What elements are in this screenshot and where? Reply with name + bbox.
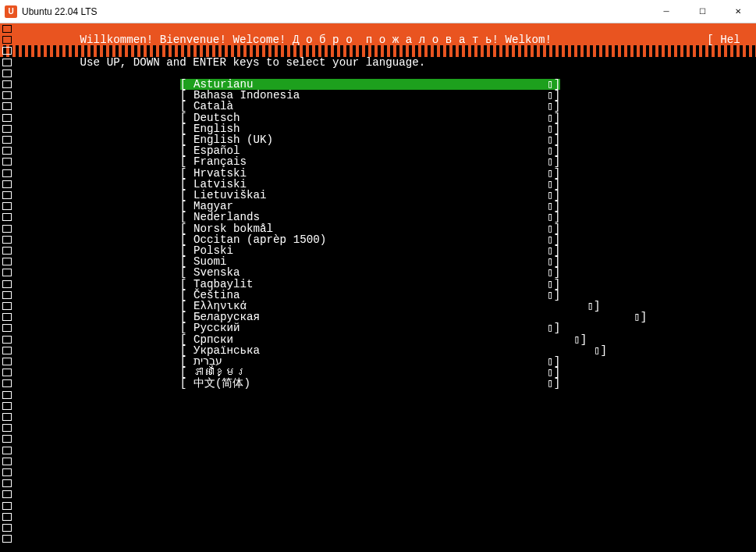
language-close-bracket: ▯] [547,179,560,190]
language-item[interactable]: Deutsch [193,112,240,123]
language-item-selected[interactable]: Asturianu [193,79,254,90]
left-margin-box-icon [2,447,12,454]
language-close-bracket: ▯] [547,145,560,156]
left-margin-box-icon [2,402,12,410]
language-open-bracket: [ [180,101,193,112]
language-close-bracket: ▯] [547,378,560,389]
language-open-bracket: [ [180,378,193,389]
language-close-bracket: ▯] [594,345,607,356]
language-close-bracket: ▯] [547,156,560,167]
left-margin-box-icon [2,147,12,155]
language-item[interactable]: Suomi [193,256,227,267]
language-close-bracket: ▯] [547,190,560,201]
language-item[interactable]: English [193,123,240,134]
language-item[interactable]: Українська [193,345,260,356]
maximize-button[interactable]: ☐ [684,0,720,23]
language-close-bracket: ▯] [573,334,587,345]
language-item[interactable]: ភាសាខ្មែរ [193,367,247,378]
language-item[interactable]: 中文(简体) [193,378,250,389]
window-title: Ubuntu 22.04 LTS [22,6,98,17]
language-item[interactable]: Taqbaylit [193,279,254,290]
language-close-bracket: ▯] [547,322,560,333]
language-open-bracket: [ [180,290,193,301]
language-item[interactable]: Magyar [193,201,233,212]
language-open-bracket: [ [180,367,193,378]
language-item[interactable]: Lietuviškai [193,190,267,201]
language-open-bracket: [ [180,168,193,179]
language-item[interactable]: Occitan (aprèp 1500) [193,234,326,245]
left-margin-box-icon [2,36,12,44]
language-open-bracket: [ [180,345,193,356]
left-margin-box-icon [2,468,12,476]
language-open-bracket: [ [180,201,193,212]
language-item[interactable]: English (UK) [193,134,273,145]
language-close-bracket: ▯] [547,290,560,301]
language-close-bracket: ▯] [547,212,560,223]
left-margin-box-icon [2,379,12,387]
language-open-bracket: [ [180,234,193,245]
language-open-bracket: [ [180,90,193,101]
left-margin-box-icon [2,458,12,465]
language-open-bracket: [ [180,322,193,333]
minimize-button[interactable]: ─ [648,0,684,23]
language-item[interactable]: Беларуская [193,312,260,322]
left-margin-box-icon [2,59,12,66]
left-margin-box-icon [2,424,12,432]
language-close-bracket: ▯] [547,234,560,245]
left-margin-box-icon [2,435,12,443]
help-hint[interactable]: [ Hel [707,34,740,45]
language-item[interactable]: Čeština [193,290,240,301]
language-open-bracket: [ [180,334,193,345]
left-margin-box-icon [2,125,12,133]
language-close-bracket: ▯] [547,112,560,123]
language-close-bracket: ▯] [547,123,560,134]
left-margin-box-icon [2,213,12,221]
left-margin-box-icon [2,258,12,265]
left-margin-box-icon [2,236,12,244]
language-open-bracket: [ [180,279,193,290]
left-margin-box-icon [2,369,12,376]
language-open-bracket: [ [180,123,193,134]
language-open-bracket: [ [180,212,193,223]
language-item[interactable]: Norsk bokmål [193,223,273,234]
language-item[interactable]: Bahasa Indonesia [193,90,300,101]
language-open-bracket: [ [180,223,193,234]
instruction-text: Use UP, DOWN and ENTER keys to select yo… [80,57,426,68]
top-orange-strip [0,23,756,34]
close-button[interactable]: ✕ [720,0,756,23]
left-margin-box-icon [2,136,12,144]
language-item[interactable]: Ελληνικά [193,301,247,312]
left-margin-box-icon [2,69,12,77]
language-item[interactable]: Català [193,101,233,112]
language-item[interactable]: Русский [193,322,240,333]
language-item[interactable]: Svenska [193,267,240,278]
language-item[interactable]: Latviski [193,179,247,190]
language-close-bracket: ▯] [547,101,560,112]
language-item[interactable]: Hrvatski [193,168,247,179]
language-open-bracket: [ [180,267,193,278]
left-margin-box-icon [2,269,12,276]
left-margin-box-icon [2,191,12,199]
language-close-bracket: ▯] [547,245,560,256]
left-margin-box-icon [2,535,12,543]
language-item[interactable]: Français [193,156,247,167]
language-close-bracket: ▯] [547,267,560,278]
language-open-bracket: [ [180,245,193,256]
language-close-bracket: ▯] [547,223,560,234]
left-margin-box-icon [2,391,12,399]
language-item[interactable]: Español [193,145,240,156]
left-margin-box-icon [2,513,12,521]
language-open-bracket: [ [180,179,193,190]
left-margin-box-icon [2,225,12,233]
language-item[interactable]: Polski [193,245,233,256]
language-open-bracket: [ [180,301,193,312]
language-open-bracket: [ [180,256,193,267]
language-open-bracket: [ [180,156,193,167]
left-margin-box-icon [2,313,12,321]
language-close-bracket: ▯] [547,367,560,378]
left-margin-box-icon [2,336,12,344]
language-item[interactable]: Nederlands [193,212,260,223]
language-close-bracket: ▯] [587,301,600,312]
language-item[interactable]: Српски [193,334,233,345]
language-open-bracket: [ [180,190,193,201]
